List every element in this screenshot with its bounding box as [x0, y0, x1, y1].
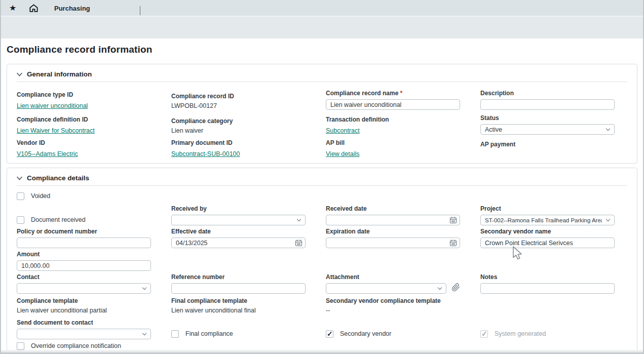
required-asterisk: * [400, 90, 402, 97]
expiration-date-input[interactable] [326, 238, 460, 248]
compliance-template-value: Lien waiver unconditional partial [17, 307, 151, 314]
override-compliance-notification-checkbox-row: Override compliance notification [17, 342, 151, 350]
field-label: Vendor ID [17, 140, 151, 146]
field-label: Description [480, 90, 615, 97]
project-select[interactable]: ST-002--Ramona Falls Trailhead Parking A… [480, 215, 615, 225]
received-by-select[interactable] [171, 215, 306, 225]
override-compliance-notification-checkbox[interactable] [17, 342, 24, 350]
field-label: Secondary vendor name [480, 228, 615, 235]
field-label: Compliance record name* [326, 90, 460, 97]
field-project: Project ST-002--Ramona Falls Trailhead P… [480, 206, 615, 225]
calendar-icon[interactable] [449, 216, 457, 226]
secondary-vendor-checkbox-row: Secondary vendor [326, 330, 460, 338]
field-label: Expiration date [326, 228, 460, 235]
ap-payment-value [480, 150, 615, 158]
field-label: Send document to contact [17, 320, 151, 326]
general-information-section: General information Compliance type ID L… [7, 64, 637, 164]
vendor-id-link[interactable]: V105--Adams Electric [17, 150, 78, 158]
window-edge-left [0, 0, 1, 354]
policy-or-document-number-input[interactable] [17, 238, 151, 248]
system-generated-checkbox [480, 330, 488, 338]
chevron-down-icon [297, 217, 301, 221]
field-description: Description [480, 90, 615, 110]
field-contact: Contact [17, 274, 151, 294]
field-label: Attachment [326, 274, 460, 281]
received-date-input[interactable] [326, 215, 460, 225]
details-row-received: Document received Received by Received d… [17, 206, 627, 225]
secondary-vendor-checkbox[interactable] [326, 330, 333, 338]
compliance-details-section: Compliance details Voided Document recei… [7, 168, 637, 353]
details-row-amount: Amount [17, 251, 627, 271]
field-label: Status [480, 115, 615, 122]
document-received-checkbox[interactable] [17, 216, 24, 224]
star-icon[interactable]: ★ [9, 4, 16, 13]
field-compliance-record-id: Compliance record ID LWPOBL-00127 [171, 93, 306, 110]
field-label: Primary document ID [171, 140, 306, 146]
compliance-definition-id-link[interactable]: Lien Waiver for Subcontract [17, 127, 95, 135]
final-compliance-template-value: Lien waiver unconditional final [171, 307, 306, 314]
field-compliance-template: Compliance template Lien waiver uncondit… [17, 298, 151, 314]
contact-select[interactable] [17, 283, 151, 294]
voided-checkbox[interactable] [17, 192, 24, 200]
details-row-contact: Contact Reference number Attachment [17, 274, 627, 294]
field-label: AP bill [326, 140, 460, 146]
voided-label: Voided [31, 192, 50, 200]
field-received-by: Received by [171, 206, 306, 225]
field-label: Received by [171, 206, 306, 212]
chevron-down-icon[interactable] [140, 6, 140, 15]
toolbar-band [0, 17, 644, 38]
field-vendor-id: Vendor ID V105--Adams Electric [17, 140, 151, 158]
effective-date-input[interactable] [171, 238, 306, 248]
field-compliance-category: Compliance category Lien waiver [171, 118, 306, 135]
field-label: Policy or document number [17, 228, 151, 235]
section-title: General information [27, 70, 92, 78]
general-information-header: General information [17, 66, 627, 82]
attachment-select[interactable] [326, 283, 446, 294]
amount-input[interactable] [17, 260, 151, 271]
collapse-chevron-icon[interactable] [17, 69, 22, 78]
description-input[interactable] [480, 99, 615, 110]
final-compliance-label: Final compliance [185, 330, 233, 338]
project-select-value: ST-002--Ramona Falls Trailhead Parking A… [485, 217, 602, 223]
reference-number-input[interactable] [171, 283, 306, 294]
calendar-icon[interactable] [449, 239, 457, 249]
compliance-category-value: Lien waiver [171, 127, 306, 135]
field-label: Compliance record ID [171, 93, 306, 100]
override-compliance-notification-label: Override compliance notification [31, 342, 121, 350]
compliance-type-id-link[interactable]: Lien waiver unconditional [17, 102, 88, 110]
field-expiration-date: Expiration date [326, 228, 460, 248]
field-ap-payment: AP payment [480, 141, 615, 158]
field-label: Reference number [171, 274, 306, 281]
ap-bill-view-details-link[interactable]: View details [326, 150, 359, 158]
send-document-to-contact-select[interactable] [17, 329, 151, 339]
general-row-1: Compliance type ID Lien waiver unconditi… [17, 90, 627, 110]
transaction-definition-link[interactable]: Subcontract [326, 127, 360, 135]
chevron-down-icon [142, 286, 146, 290]
compliance-record-name-input[interactable] [326, 99, 460, 110]
document-received-label: Document received [31, 216, 86, 224]
home-icon[interactable] [29, 4, 39, 15]
details-row-voided: Voided [17, 192, 627, 200]
chevron-down-icon [606, 217, 610, 221]
app-menu-purchasing[interactable]: Purchasing [54, 5, 90, 12]
final-compliance-checkbox-row: Final compliance [171, 330, 306, 338]
notes-input[interactable] [480, 283, 615, 294]
secondary-vendor-label: Secondary vendor [340, 330, 391, 338]
secondary-vendor-name-input[interactable] [480, 238, 615, 248]
secondary-vendor-compliance-template-value: -- [326, 307, 460, 314]
chevron-down-icon [606, 127, 610, 131]
field-secondary-vendor-compliance-template: Secondary vendor compliance template -- [326, 298, 460, 314]
paperclip-icon[interactable] [451, 283, 460, 294]
page-title: Compliance record information [0, 38, 644, 55]
field-compliance-record-name: Compliance record name* [326, 90, 460, 110]
status-select[interactable]: Active [480, 124, 615, 135]
calendar-icon[interactable] [295, 239, 302, 249]
field-label: Contact [17, 274, 151, 281]
field-label: Amount [17, 251, 151, 258]
document-received-checkbox-row: Document received [17, 216, 151, 224]
collapse-chevron-icon[interactable] [17, 173, 22, 182]
field-status: Status Active [480, 115, 615, 135]
final-compliance-checkbox[interactable] [171, 330, 179, 338]
field-label: Compliance type ID [17, 92, 151, 98]
primary-document-id-link[interactable]: Subcontract-SUB-00100 [171, 150, 240, 158]
